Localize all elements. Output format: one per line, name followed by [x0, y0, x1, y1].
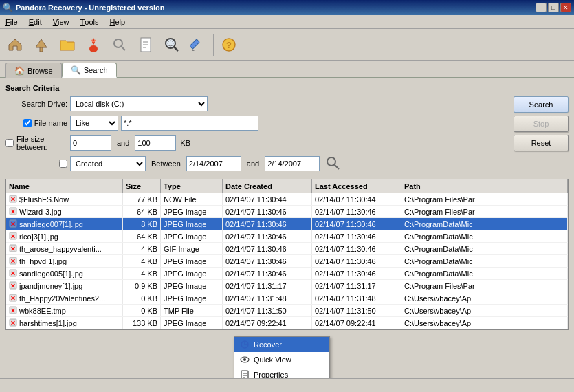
filename-checkbox[interactable] — [23, 119, 32, 127]
cell-name: ✕ Wizard-3.jpg — [6, 206, 123, 217]
status-bar — [0, 378, 574, 392]
between-label: Between — [148, 160, 184, 168]
table-row[interactable]: ✕ th_Happy20Valentines2... 0 KB JPEG Ima… — [6, 292, 568, 305]
table-header: Name Size Type Date Created Last Accesse… — [6, 179, 568, 193]
svg-text:✕: ✕ — [10, 307, 16, 314]
cell-name: ✕ wbk88EE.tmp — [6, 305, 123, 316]
close-button[interactable]: ✕ — [560, 3, 571, 12]
table-body: ✕ $FlushFS.Now 77 KB NOW File 02/14/07 1… — [6, 193, 568, 329]
toolbar-help-button[interactable]: ? — [217, 32, 241, 58]
cell-name: ✕ harshtimes[1].jpg — [6, 317, 123, 329]
toolbar: ? — [0, 29, 574, 61]
filename-condition-select[interactable]: Like Equals — [70, 116, 118, 131]
filesize-min-input[interactable] — [70, 135, 111, 151]
cell-type: JPEG Image — [161, 255, 223, 267]
file-icon: ✕ — [9, 294, 17, 303]
context-recover-label: Recover — [254, 340, 282, 349]
toolbar-home-button[interactable] — [3, 32, 27, 58]
cell-name: ✕ th_hpvd[1].jpg — [6, 255, 123, 267]
table-row[interactable]: ✕ Wizard-3.jpg 64 KB JPEG Image 02/14/07… — [6, 206, 568, 218]
filesize-max-input[interactable] — [135, 135, 176, 151]
col-last-accessed[interactable]: Last Accessed — [312, 179, 401, 193]
tab-browse[interactable]: 🏠 Browse — [5, 63, 62, 78]
table-row[interactable]: ✕ rico]3[1].jpg 64 KB JPEG Image 02/14/0… — [6, 230, 568, 243]
cell-last-accessed: 02/14/07 11:31:48 — [312, 292, 401, 304]
properties-icon — [240, 370, 250, 378]
table-row[interactable]: ✕ harshtimes[1].jpg 133 KB JPEG Image 02… — [6, 317, 568, 329]
cell-date-created: 02/14/07 11:30:46 — [223, 268, 312, 279]
toolbar-edit-button[interactable] — [186, 32, 210, 58]
cell-name: ✕ th_Happy20Valentines2... — [6, 292, 123, 304]
app-icon: 🔍 — [3, 3, 13, 12]
browse-tab-icon: 🏠 — [14, 66, 25, 76]
date-from-input[interactable] — [186, 156, 241, 171]
filesize-checkbox[interactable] — [5, 139, 14, 147]
filename-input[interactable] — [121, 116, 258, 131]
cell-last-accessed: 02/14/07 11:30:46 — [312, 243, 401, 254]
stop-button[interactable]: Stop — [514, 116, 569, 132]
maximize-button[interactable]: □ — [548, 3, 559, 12]
drive-label: Search Drive: — [5, 100, 67, 108]
cell-path: C:\ProgramData\Mic — [401, 230, 568, 242]
menu-file[interactable]: File — [0, 15, 23, 28]
date-row: Created Modified Accessed Between and — [5, 155, 508, 172]
toolbar-scan-button[interactable] — [159, 32, 184, 58]
toolbar-search-button[interactable] — [107, 32, 132, 58]
date-checkbox[interactable] — [59, 160, 67, 168]
context-quick-view-label: Quick View — [254, 356, 291, 364]
context-recover[interactable]: Recover — [234, 337, 329, 352]
col-type[interactable]: Type — [161, 179, 223, 193]
table-row[interactable]: ✕ sandiego007[1].jpg 8 KB JPEG Image 02/… — [6, 218, 568, 230]
drive-select[interactable]: Local disk (C:) — [70, 96, 208, 111]
cell-date-created: 02/14/07 11:30:46 — [223, 218, 312, 230]
home-icon — [7, 36, 23, 53]
delete-icon — [85, 36, 102, 53]
cell-path: C:\Users\vbacey\Ap — [401, 292, 568, 304]
cell-type: JPEG Image — [161, 292, 223, 304]
toolbar-delete-button[interactable] — [81, 32, 106, 58]
table-row[interactable]: ✕ jpandjmoney[1].jpg 0.9 KB JPEG Image 0… — [6, 280, 568, 292]
menu-tools[interactable]: Tools — [75, 15, 104, 28]
svg-point-15 — [327, 157, 335, 166]
menu-help[interactable]: Help — [104, 15, 131, 28]
tab-search[interactable]: 🔍 Search — [62, 63, 117, 78]
criteria-left: Search Drive: Local disk (C:) File name … — [5, 96, 508, 176]
context-properties[interactable]: Properties — [234, 367, 329, 378]
toolbar-up-button[interactable] — [29, 32, 54, 58]
cell-name: ✕ sandiego007[1].jpg — [6, 218, 123, 230]
table-row[interactable]: ✕ th_hpvd[1].jpg 4 KB JPEG Image 02/14/0… — [6, 255, 568, 268]
svg-point-2 — [114, 39, 122, 47]
filesize-row: File size between: and KB — [5, 135, 508, 151]
cell-path: C:\Program Files\Par — [401, 206, 568, 217]
minimize-button[interactable]: ─ — [536, 3, 547, 12]
context-menu: Recover Quick View — [234, 336, 330, 378]
toolbar-document-button[interactable] — [133, 32, 158, 58]
cell-date-created: 02/14/07 11:30:46 — [223, 243, 312, 254]
table-row[interactable]: ✕ th_arose_happyvalenti... 4 KB GIF Imag… — [6, 243, 568, 255]
menu-edit[interactable]: Edit — [23, 15, 47, 28]
table-row[interactable]: ✕ wbk88EE.tmp 0 KB TMP File 02/14/07 11:… — [6, 305, 568, 317]
svg-point-41 — [243, 358, 246, 361]
svg-line-3 — [122, 46, 126, 50]
context-quick-view[interactable]: Quick View — [234, 352, 329, 367]
col-path[interactable]: Path — [401, 179, 568, 193]
cell-size: 64 KB — [123, 230, 161, 242]
app-window: 🔍 Pandora Recovery - Unregistered versio… — [0, 0, 574, 392]
cell-size: 4 KB — [123, 268, 161, 279]
cell-name: ✕ jpandjmoney[1].jpg — [6, 280, 123, 292]
col-name[interactable]: Name — [6, 179, 123, 193]
date-type-select[interactable]: Created Modified Accessed — [70, 156, 146, 171]
table-row[interactable]: ✕ sandiego005[1].jpg 4 KB JPEG Image 02/… — [6, 268, 568, 280]
menu-view[interactable]: View — [47, 15, 75, 28]
reset-button[interactable]: Reset — [514, 135, 569, 151]
table-row[interactable]: ✕ $FlushFS.Now 77 KB NOW File 02/14/07 1… — [6, 193, 568, 206]
date-search-icon[interactable] — [325, 155, 340, 172]
search-button[interactable]: Search — [514, 96, 569, 113]
col-size[interactable]: Size — [123, 179, 161, 193]
and-label-date: and — [244, 160, 262, 168]
toolbar-browse-button[interactable] — [55, 32, 80, 58]
col-date-created[interactable]: Date Created — [223, 179, 312, 193]
date-to-input[interactable] — [265, 156, 320, 171]
svg-line-16 — [335, 165, 340, 170]
scan-icon — [164, 36, 180, 53]
